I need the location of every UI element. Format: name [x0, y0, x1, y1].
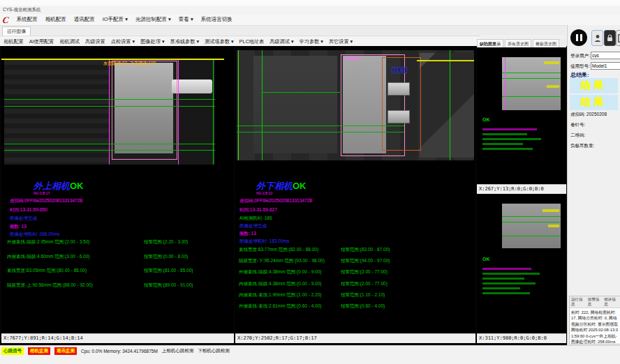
- tool-ai-usage-config[interactable]: AI使用配置: [29, 38, 54, 45]
- measure-row: 素线宽度:83.05mm 范围:(80.00 - 86.00)报警范围:(81.…: [7, 268, 231, 274]
- mid-image-left-block: [253, 56, 337, 153]
- tab-run-info[interactable]: 运行信息: [571, 297, 586, 307]
- thumb1-pixel-coords: X:267;Y:13;R:0;G:0;B:0: [477, 184, 566, 194]
- tool-advanced-settings[interactable]: 高级设置: [85, 38, 105, 45]
- app-window: CYS-视觉检测系统 C 系统配置 相机配置 通讯配置 IO手配置 ▾ 光源控制…: [0, 0, 620, 364]
- measure-text: 隔膜宽度-上:90.56mm 范围:(88.00 - 92.00): [7, 282, 144, 289]
- tab-alarm-info[interactable]: 报警信息: [588, 297, 603, 307]
- thumb2-text-lines: [482, 265, 552, 294]
- mid-measure-rows: 素线宽度:83.77mm 范围:(82.00 - 88.00)报警范围:(83.…: [239, 247, 473, 314]
- mid-camera-panel[interactable]: AI检测框 23.80 外下相机OK NG:2,B:10 虚拟码:0FFIiiw…: [235, 46, 475, 343]
- measure-row: 内侧素线-素线:1.90mm 范围:(1.00 - 2.20)报警范围:(1.1…: [239, 292, 473, 298]
- measure-row: 隔膜宽度-下:95.24mm 范围:(93.00 - 98.00)报警范围:(9…: [239, 258, 473, 264]
- mid-measure-line-3: [262, 92, 341, 93]
- left-time: 时间:13-31-59-650: [10, 207, 47, 213]
- upper-camera-heartbeat: 上相机心跳检测: [162, 348, 194, 354]
- left-round-count: 圈数: 13: [10, 224, 27, 230]
- pause-button[interactable]: [570, 29, 587, 46]
- exit-button[interactable]: [616, 30, 620, 46]
- measure-row: 外侧素线-素线:2.61mm 范围:(0.60 - 4.00)报警范围:(0.6…: [239, 303, 473, 310]
- total-result-box-2: 结果: [570, 95, 618, 110]
- thumb1-yellow-mark: [547, 85, 559, 88]
- alarm-range: 报警范围:(2.00 - 77.00): [341, 281, 388, 287]
- left-measure-line-4: [4, 150, 215, 151]
- history-tab-strip: 缺陷图显示 所有历史图 最新历史图: [477, 39, 566, 47]
- menu-language-switch[interactable]: 系统语言切换: [201, 16, 232, 23]
- menu-bar: C 系统配置 相机配置 通讯配置 IO手配置 ▾ 光源控制配置 ▾ 查看 ▾ 系…: [0, 14, 620, 26]
- mid-camera-result: OK: [293, 181, 307, 191]
- heartbeat-status-badge: 心跳信号: [1, 347, 24, 355]
- measure-text: 内侧素线-隔膜:4.60mm 范围:(3.00 - 6.00): [7, 254, 144, 260]
- tab-run-image[interactable]: 运行图像: [2, 26, 31, 36]
- measure-row: 外侧素线-隔膜:4.38mm 范围:(0.00 - 9.00)报警范围:(2.0…: [239, 269, 473, 275]
- menu-view[interactable]: 查看 ▾: [179, 16, 193, 23]
- measure-text: 外侧素线-素线:2.61mm 范围:(0.60 - 4.00): [239, 303, 341, 310]
- pause-icon: [576, 34, 582, 41]
- mid-pixel-coords: X:270;Y:2502;R:17;G:17;B:17: [235, 333, 475, 343]
- left-measure-rows: 外侧素线-隔膜:2.95mm 范围:(2.00 - 3.50)报警范围:(2.2…: [7, 239, 231, 296]
- measure-row: 外侧素线-隔膜:2.95mm 范围:(2.00 - 3.50)报警范围:(2.2…: [7, 239, 231, 245]
- thumb1-image: [502, 57, 561, 110]
- mid-vline-2: [450, 50, 450, 160]
- tab-defect-image[interactable]: 缺陷图显示: [477, 39, 503, 47]
- alarm-range: 报警范围:(83.00 - 87.00): [341, 247, 390, 253]
- tab-error-info[interactable]: 错误信息: [604, 297, 619, 307]
- tab-all-history[interactable]: 所有历史图: [505, 39, 531, 47]
- login-user-input[interactable]: [591, 52, 620, 59]
- menu-comm-config[interactable]: 通讯配置: [74, 16, 95, 23]
- mid-status: 图像处理完成: [239, 223, 267, 229]
- menu-io-config[interactable]: IO手配置 ▾: [103, 16, 128, 23]
- mid-camera-image[interactable]: AI检测框 23.80: [237, 50, 474, 160]
- thumb2-result: OK: [482, 257, 490, 261]
- left-status: 图像处理完成: [10, 215, 37, 222]
- menu-camera-config[interactable]: 相机配置: [45, 16, 66, 23]
- left-camera-panel[interactable]: 灰度阈值:93, 动态阈值:100 外上相机OK NG:0,B:1T 虚拟码:0…: [1, 46, 234, 343]
- app-logo-icon: C: [2, 15, 9, 24]
- mid-yellow-guideline: [417, 60, 474, 61]
- lock-button[interactable]: [604, 30, 616, 46]
- status-bar: 心跳信号 相机监测 通讯监测 Cpu: 0.0% Memory: 3424.41…: [0, 345, 620, 364]
- right-sidebar: 登录用户: 使用型号: 总结果: 结果 结果 虚拟码: 20250208 卷针号…: [567, 25, 620, 346]
- left-measure-vline: [213, 60, 214, 165]
- menu-light-config[interactable]: 光源控制配置 ▾: [135, 16, 171, 23]
- alarm-range: 报警范围:(0.00 - 8.00): [144, 254, 188, 260]
- alarm-range: 报警范围:(0.60 - 4.00): [341, 303, 385, 310]
- tool-image-processing[interactable]: 图像处理 ▾: [140, 38, 164, 45]
- thumb1-text-lines: [482, 126, 552, 150]
- lock-icon: [607, 34, 613, 42]
- mid-ai-box-label: AI检测框: [344, 56, 360, 62]
- alarm-range: 报警范围:(2.20 - 3.30): [144, 239, 188, 245]
- model-input[interactable]: [591, 62, 620, 70]
- tool-spotcheck-settings[interactable]: 点检设置 ▾: [111, 38, 135, 45]
- history-thumb-2[interactable]: OK X:311;Y:980;R:0;G:0;B:0: [477, 195, 566, 343]
- thumb2-yellow-mark: [548, 225, 559, 227]
- left-camera-image[interactable]: 灰度阈值:93, 动态阈值:100: [4, 60, 215, 165]
- mid-time: 时间:13-31-59-627: [239, 207, 277, 213]
- user-icon: [594, 34, 601, 43]
- left-camera-result: OK: [70, 181, 84, 191]
- thumb2-yellow-mark: [542, 209, 559, 212]
- menu-system-config[interactable]: 系统配置: [17, 16, 38, 23]
- tool-camera-debug[interactable]: 相机调试: [59, 38, 80, 45]
- measure-row: 内侧素线-隔膜:4.60mm 范围:(3.00 - 6.00)报警范围:(0.0…: [7, 254, 231, 260]
- mid-measure-line-1: [237, 126, 404, 126]
- tool-plc-address-table[interactable]: PLC地址表: [239, 38, 265, 45]
- alarm-range: 报警范围:(89.00 - 91.00): [144, 282, 193, 289]
- info-tab-strip: 运行信息 报警信息 错误信息: [570, 296, 620, 308]
- mid-round-count: 圈数: 13: [239, 231, 256, 237]
- tab-latest-history[interactable]: 最新历史图: [533, 39, 559, 47]
- tool-advanced-debug[interactable]: 高级调试 ▾: [270, 38, 293, 45]
- left-roi-line-a: [109, 60, 110, 165]
- alarm-range: 报警范围:(94.00 - 97.00): [341, 258, 390, 264]
- tool-test-params[interactable]: 测试项参数 ▾: [205, 38, 234, 45]
- history-thumb-1[interactable]: OK X:267;Y:13;R:0;G:0;B:0: [477, 47, 566, 194]
- tool-other-settings[interactable]: 其它设置 ▾: [329, 38, 353, 45]
- login-user-label: 登录用户:: [570, 53, 590, 59]
- virtual-code-label: 虚拟码: 20250208: [570, 112, 607, 118]
- mid-image-right-block: [420, 53, 474, 158]
- user-button[interactable]: [591, 30, 603, 46]
- tool-camera-config[interactable]: 相机配置: [3, 38, 24, 45]
- tool-baseline-params[interactable]: 基准线参数 ▾: [170, 38, 200, 45]
- mid-overlay-value: 23.80: [392, 67, 407, 73]
- tool-learning-params[interactable]: 学习参数 ▾: [300, 38, 323, 45]
